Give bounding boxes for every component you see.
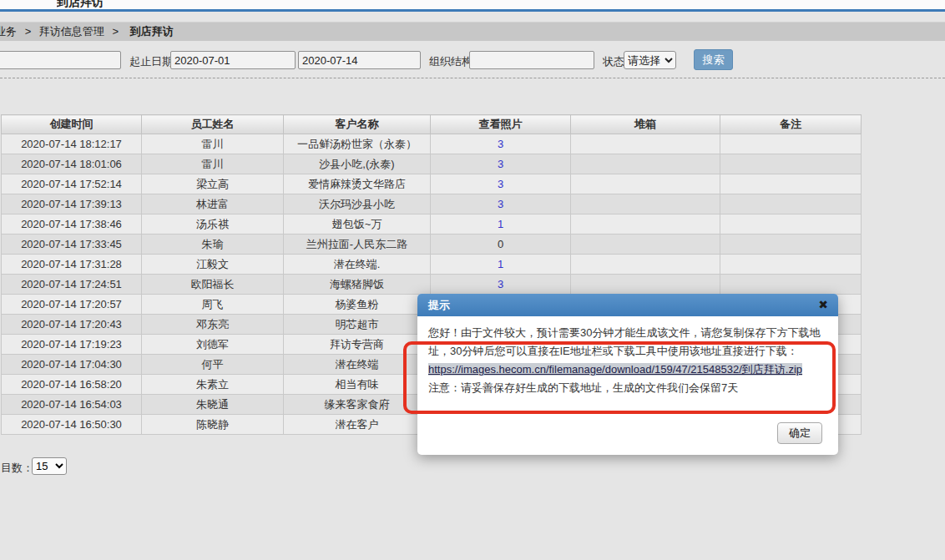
table-row: 2020-07-14 17:24:51 欧阳福长 海螺猪脚饭 3 — [2, 275, 862, 295]
cell-name: 邓东亮 — [142, 315, 284, 335]
cell-name: 林进富 — [142, 194, 284, 214]
search-button[interactable]: 搜索 — [694, 49, 733, 70]
breadcrumb-item-current: 到店拜访 — [130, 25, 174, 38]
cell-time: 2020-07-14 17:04:30 — [2, 355, 142, 375]
cell-remark — [720, 194, 862, 214]
dialog-title: 提示 — [428, 294, 450, 316]
status-select[interactable]: 请选择 — [624, 51, 676, 69]
cell-box — [571, 255, 720, 275]
cell-customer: 杨婆鱼粉 — [284, 295, 431, 315]
table-header: 创建时间 员工姓名 客户名称 查看照片 堆箱 备注 — [2, 115, 862, 134]
org-input[interactable] — [469, 51, 594, 69]
breadcrumb-bar: 业务 > 拜访信息管理 > 到店拜访 — [0, 22, 945, 41]
table-row: 2020-07-14 17:52:14 梁立高 爱情麻辣烫文华路店 3 — [2, 174, 862, 194]
cell-customer: 沙县小吃,(永泰) — [284, 154, 431, 174]
cell-name: 雷川 — [142, 134, 284, 154]
cell-customer: 翅包饭~万 — [284, 214, 431, 235]
cell-name: 周飞 — [142, 295, 284, 315]
close-icon[interactable]: ✖ — [818, 294, 828, 316]
cell-time: 2020-07-14 16:58:20 — [2, 375, 142, 395]
cell-name: 朱晓通 — [142, 395, 284, 415]
photos-link[interactable]: 3 — [498, 138, 503, 150]
photos-link[interactable]: 3 — [498, 278, 503, 290]
cell-customer: 潜在终端 — [284, 355, 431, 375]
photos-link: 0 — [498, 238, 503, 250]
partial-top-tab-label: 到店拜访 — [57, 0, 104, 8]
cell-remark — [720, 134, 862, 154]
status-label: 状态 — [603, 54, 624, 69]
cell-remark — [720, 154, 862, 174]
table-row: 2020-07-14 18:01:06 雷川 沙县小吃,(永泰) 3 — [2, 154, 862, 174]
col-header-remark: 备注 — [720, 115, 862, 134]
date-to-input[interactable] — [298, 51, 421, 69]
dialog-body: 您好！由于文件较大，预计需要30分钟才能生成该文件，请您复制保存下方下载地址，3… — [417, 316, 838, 397]
download-link[interactable]: https://images.hecom.cn/filemanage/downl… — [428, 363, 802, 376]
table-row: 2020-07-14 17:31:28 江毅文 潜在终端. 1 — [2, 255, 862, 275]
cell-photos: 3 — [431, 174, 571, 194]
cell-photos: 3 — [431, 194, 571, 214]
page-size-label: 目数： — [1, 461, 33, 476]
dialog-message: 您好！由于文件较大，预计需要30分钟才能生成该文件，请您复制保存下方下载地址，3… — [428, 326, 820, 357]
cell-box — [571, 134, 720, 154]
cell-customer: 海螺猪脚饭 — [284, 275, 431, 295]
cell-customer: 潜在终端. — [284, 255, 431, 275]
col-header-photos: 查看照片 — [431, 115, 571, 134]
table-row: 2020-07-14 17:33:45 朱瑜 兰州拉面-人民东二路 0 — [2, 235, 862, 255]
date-range-label: 起止日期 — [129, 54, 173, 69]
keyword-input[interactable] — [0, 51, 121, 69]
table-row: 2020-07-14 17:38:46 汤乐祺 翅包饭~万 1 — [2, 214, 862, 235]
cell-remark — [720, 235, 862, 255]
ok-button[interactable]: 确定 — [777, 422, 822, 444]
col-header-employee: 员工姓名 — [142, 115, 284, 134]
cell-photos: 3 — [431, 154, 571, 174]
org-label: 组织结构 — [429, 54, 472, 69]
cell-box — [571, 235, 720, 255]
date-from-input[interactable] — [170, 51, 296, 69]
cell-box — [571, 275, 720, 295]
cell-photos: 3 — [431, 275, 571, 295]
cell-customer: 一品鲜汤粉世家（永泰） — [284, 134, 431, 154]
cell-customer: 潜在客户 — [284, 415, 431, 435]
photos-link[interactable]: 3 — [498, 198, 503, 210]
cell-box — [571, 174, 720, 194]
table-row: 2020-07-14 17:39:13 林进富 沃尔玛沙县小吃 3 — [2, 194, 862, 214]
table-row: 2020-07-14 18:12:17 雷川 一品鲜汤粉世家（永泰） 3 — [2, 134, 862, 154]
photos-link[interactable]: 1 — [498, 218, 503, 230]
cell-time: 2020-07-14 17:24:51 — [2, 275, 142, 295]
photos-link[interactable]: 3 — [498, 178, 503, 190]
cell-time: 2020-07-14 17:52:14 — [2, 174, 142, 194]
photos-link[interactable]: 3 — [498, 158, 503, 170]
table-header-row: 创建时间 员工姓名 客户名称 查看照片 堆箱 备注 — [2, 115, 862, 134]
cell-name: 朱瑜 — [142, 235, 284, 255]
cell-time: 2020-07-14 17:33:45 — [2, 235, 142, 255]
breadcrumb-separator: > — [112, 25, 119, 38]
cell-customer: 明芯超市 — [284, 315, 431, 335]
cell-customer: 沃尔玛沙县小吃 — [284, 194, 431, 214]
cell-customer: 相当有味 — [284, 375, 431, 395]
cell-photos: 1 — [431, 255, 571, 275]
cell-photos: 1 — [431, 214, 571, 235]
cell-box — [571, 154, 720, 174]
cell-time: 2020-07-14 16:50:30 — [2, 415, 142, 435]
cell-remark — [720, 275, 862, 295]
cell-customer: 缘来客家食府 — [284, 395, 431, 415]
breadcrumb-separator: > — [25, 25, 32, 38]
cell-box — [571, 214, 720, 235]
partial-top-tab: 到店拜访 — [57, 0, 104, 9]
cell-name: 雷川 — [142, 154, 284, 174]
cell-time: 2020-07-14 18:12:17 — [2, 134, 142, 154]
cell-time: 2020-07-14 17:20:43 — [2, 315, 142, 335]
cell-name: 江毅文 — [142, 255, 284, 275]
photos-link[interactable]: 1 — [498, 258, 503, 270]
top-strip: 到店拜访 — [0, 0, 945, 9]
page-size-select[interactable]: 15 — [32, 457, 67, 475]
col-header-box: 堆箱 — [571, 115, 720, 134]
cell-customer: 兰州拉面-人民东二路 — [284, 235, 431, 255]
cell-time: 2020-07-14 17:31:28 — [2, 255, 142, 275]
cell-name: 汤乐祺 — [142, 214, 284, 235]
cell-name: 梁立高 — [142, 174, 284, 194]
cell-photos: 0 — [431, 235, 571, 255]
cell-remark — [720, 214, 862, 235]
cell-time: 2020-07-14 18:01:06 — [2, 154, 142, 174]
breadcrumb-item-business: 业务 — [0, 25, 17, 38]
